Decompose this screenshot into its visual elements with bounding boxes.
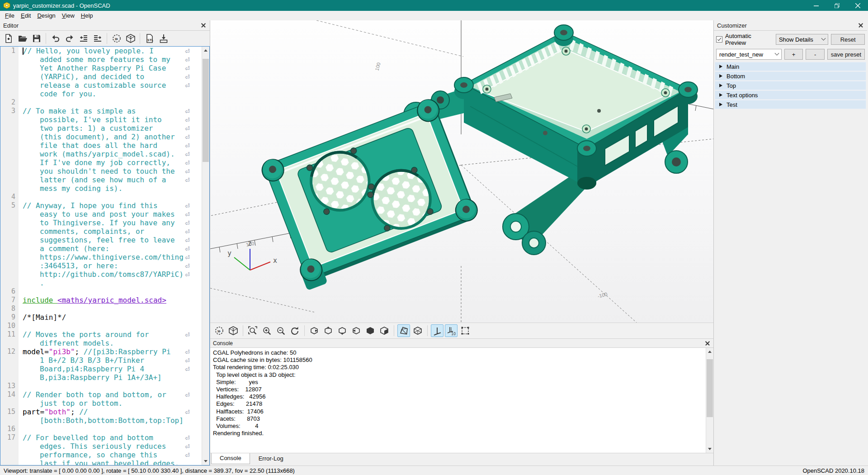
editor-scroll-thumb[interactable] xyxy=(203,59,209,162)
show-details-dropdown[interactable]: Show Details xyxy=(776,34,828,45)
code-row[interactable]: file that does all the hard⏎ xyxy=(0,141,202,150)
view-right-button[interactable] xyxy=(308,324,321,337)
code-row[interactable]: last if you want bevelled edges. xyxy=(0,459,202,465)
scroll-down-icon[interactable] xyxy=(202,457,209,465)
group-bottom[interactable]: Bottom xyxy=(715,71,866,81)
code-row[interactable]: 6 xyxy=(0,287,202,296)
perspective-button[interactable] xyxy=(397,324,410,337)
console-scroll-thumb[interactable] xyxy=(707,359,713,417)
render-button[interactable] xyxy=(124,32,137,45)
code-row[interactable]: code for you. xyxy=(0,90,202,98)
code-row[interactable]: . xyxy=(0,279,202,287)
code-row[interactable]: work (maths/yarpic_model.scad).⏎ xyxy=(0,150,202,158)
code-row[interactable]: (YARPiC), and decided to⏎ xyxy=(0,72,202,81)
code-row[interactable]: to Thingiverse. If you have any⏎ xyxy=(0,218,202,227)
show-edges-button[interactable] xyxy=(459,324,472,337)
code-row[interactable]: 3// To make it as simple as⏎ xyxy=(0,107,202,115)
code-row[interactable]: 1 B+/2 B/3 B/3 B+/Tinker⏎ xyxy=(0,356,202,365)
redo-button[interactable] xyxy=(63,32,76,45)
show-axes-button[interactable] xyxy=(431,324,443,337)
code-row[interactable]: performance, so change this⏎ xyxy=(0,451,202,459)
code-row[interactable]: 7include <maths/yarpic_model.scad> xyxy=(0,296,202,304)
orthogonal-button[interactable] xyxy=(411,324,424,337)
group-test[interactable]: Test xyxy=(715,100,866,109)
open-file-button[interactable] xyxy=(16,32,29,45)
code-row[interactable]: [both:Both,bottom:Bottom,top:Top] xyxy=(0,416,202,425)
code-row[interactable]: B,pi3a:Raspberry Pi 1A+/3A+] xyxy=(0,373,202,382)
view-back-button[interactable] xyxy=(378,324,391,337)
scroll-up-icon[interactable] xyxy=(202,47,209,54)
code-row[interactable]: just top or bottom. xyxy=(0,399,202,408)
preset-combobox[interactable]: render_test_new xyxy=(716,49,782,60)
close-button[interactable] xyxy=(847,0,868,11)
code-row[interactable]: added some more features to my⏎ xyxy=(0,55,202,64)
scroll-up-icon[interactable] xyxy=(706,348,713,356)
editor-close-icon[interactable] xyxy=(200,22,207,28)
scroll-down-icon[interactable] xyxy=(706,445,713,453)
menu-file[interactable]: File xyxy=(2,12,18,19)
tab-error-log[interactable]: Error-Log xyxy=(250,453,292,464)
menu-help[interactable]: Help xyxy=(78,12,96,19)
code-row[interactable]: release a customizable source⏎ xyxy=(0,81,202,90)
zoom-all-button[interactable] xyxy=(246,324,259,337)
customizer-close-icon[interactable] xyxy=(858,22,864,28)
view-top-button[interactable] xyxy=(322,324,335,337)
console-close-icon[interactable] xyxy=(704,340,711,347)
group-text-options[interactable]: Text options xyxy=(715,90,866,100)
view-left-button[interactable] xyxy=(350,324,363,337)
code-row[interactable]: you shouldn't need to touch the⏎ xyxy=(0,167,202,176)
3d-viewport[interactable]: 100 100 100 -100 xyxy=(210,20,713,323)
code-row[interactable]: 14// Render both top and bottom, or⏎ xyxy=(0,390,202,399)
indent-button[interactable] xyxy=(91,32,104,45)
reset-button[interactable]: Reset xyxy=(831,34,865,45)
code-row[interactable]: 2 xyxy=(0,98,202,107)
remove-preset-button[interactable]: - xyxy=(806,49,825,60)
tab-console[interactable]: Console xyxy=(211,453,250,464)
code-editor[interactable]: 1// Hello, you lovely people. I⏎added so… xyxy=(0,46,210,466)
unindent-button[interactable] xyxy=(77,32,90,45)
preview-button[interactable]: » xyxy=(110,32,123,45)
group-main[interactable]: Main xyxy=(715,62,866,71)
code-row[interactable]: :3464513, or here:⏎ xyxy=(0,261,202,270)
code-row[interactable]: 5// Anyway, I hope you find this⏎ xyxy=(0,201,202,210)
code-row[interactable]: 15part="both"; //⏎ xyxy=(0,408,202,416)
export-stl-button[interactable]: STL xyxy=(143,32,156,45)
code-row[interactable]: 16 xyxy=(0,425,202,433)
menu-view[interactable]: View xyxy=(59,12,78,19)
render-button[interactable] xyxy=(227,324,240,337)
code-row[interactable]: http://github.com/tomsc87/YARPiC)⏎ xyxy=(0,270,202,279)
code-row[interactable]: 12model="pi3b"; //[pi3b:Raspberry Pi⏎ xyxy=(0,347,202,356)
group-top[interactable]: Top xyxy=(715,81,866,90)
code-row[interactable]: easy to use and post your makes⏎ xyxy=(0,210,202,218)
code-row[interactable]: Yet Another Raspberry Pi Case⏎ xyxy=(0,64,202,72)
code-row[interactable]: 13 xyxy=(0,382,202,390)
reset-view-button[interactable] xyxy=(288,324,301,337)
code-row[interactable]: suggestions, feel free to leave⏎ xyxy=(0,236,202,244)
code-row[interactable]: Board,pi4:Raspberry Pi 4⏎ xyxy=(0,365,202,373)
code-row[interactable]: 10 xyxy=(0,322,202,330)
save-preset-button[interactable]: save preset xyxy=(827,49,865,60)
code-row[interactable]: comments, complaints, or⏎ xyxy=(0,227,202,236)
code-row[interactable]: 1// Hello, you lovely people. I⏎ xyxy=(0,47,202,55)
code-row[interactable]: possible, I've split it into⏎ xyxy=(0,115,202,124)
code-row[interactable]: 9/*[Main]*/ xyxy=(0,313,202,322)
restore-button[interactable] xyxy=(826,0,847,11)
code-row[interactable]: 8 xyxy=(0,304,202,313)
code-row[interactable]: a comment (here:⏎ xyxy=(0,244,202,253)
menu-edit[interactable]: Edit xyxy=(18,12,34,19)
add-preset-button[interactable]: + xyxy=(784,49,803,60)
minimize-button[interactable] xyxy=(806,0,826,11)
save-file-button[interactable] xyxy=(30,32,43,45)
console-scrollbar[interactable] xyxy=(706,348,713,453)
automatic-preview-checkbox[interactable] xyxy=(716,36,722,43)
zoom-in-button[interactable] xyxy=(260,324,273,337)
code-row[interactable]: different models. xyxy=(0,339,202,347)
view-bottom-button[interactable] xyxy=(336,324,349,337)
code-row[interactable]: https://www.thingiverse.com/thing⏎ xyxy=(0,253,202,261)
send-printer-button[interactable] xyxy=(157,32,170,45)
new-file-button[interactable] xyxy=(2,32,15,45)
undo-button[interactable] xyxy=(49,32,62,45)
code-row[interactable]: (this document), and 2) another⏎ xyxy=(0,133,202,141)
code-row[interactable]: mess my coding is). xyxy=(0,184,202,193)
code-row[interactable]: 11// Moves the ports around for⏎ xyxy=(0,330,202,339)
